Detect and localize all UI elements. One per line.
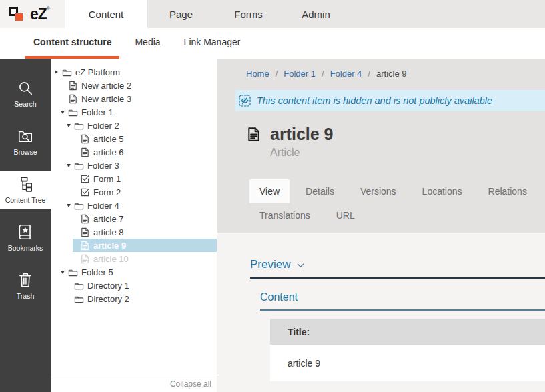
tree-item-form-2[interactable]: Form 2 <box>51 185 217 199</box>
collapse-arrow-icon[interactable] <box>67 204 74 207</box>
tab-url[interactable]: URL <box>326 203 366 227</box>
hidden-eye-icon <box>239 95 251 107</box>
tree-item-article-10[interactable]: article 10 <box>51 252 217 265</box>
folder-icon <box>74 281 84 291</box>
tree-item-new-article-2[interactable]: New article 2 <box>51 79 217 92</box>
tree-item-article-7[interactable]: article 7 <box>51 212 217 225</box>
top-nav-tab-content[interactable]: Content <box>65 0 147 28</box>
breadcrumb-separator: / <box>368 69 370 79</box>
article-icon <box>80 254 90 264</box>
tree-item-form-1[interactable]: Form 1 <box>51 172 217 185</box>
tree-item-directory-1[interactable]: Directory 1 <box>51 279 217 292</box>
folder-icon <box>68 267 78 277</box>
collapse-all-button[interactable]: Collapse all <box>170 379 211 389</box>
tree-item-label: Folder 4 <box>87 201 119 211</box>
hidden-content-alert: This content item is hidden and is not p… <box>235 90 545 111</box>
tab-versions[interactable]: Versions <box>350 179 407 203</box>
sidebar-item-browse[interactable]: Browse <box>0 123 51 161</box>
sidebar-item-bookmarks[interactable]: Bookmarks <box>0 219 51 257</box>
breadcrumb-current: article 9 <box>376 69 407 79</box>
sidebar-item-content-tree[interactable]: Content Tree <box>0 171 51 209</box>
registered-mark: ® <box>47 6 50 11</box>
tree-item-folder-4[interactable]: Folder 4 <box>51 199 217 212</box>
top-bar: eZ® ContentPageFormsAdmin <box>0 0 545 28</box>
folder-icon <box>62 67 72 77</box>
article-icon <box>80 147 90 157</box>
tree-item-article-6[interactable]: article 6 <box>51 145 217 159</box>
content-section: Content Title: article 9 <box>260 291 545 381</box>
folder-icon <box>74 201 84 211</box>
tab-relations[interactable]: Relations <box>478 179 538 203</box>
breadcrumb-link-folder-4[interactable]: Folder 4 <box>330 69 362 79</box>
tree-item-folder-2[interactable]: Folder 2 <box>51 119 217 132</box>
tab-view[interactable]: View <box>249 179 290 203</box>
field-value: article 9 <box>270 345 545 381</box>
sub-nav-tab-media[interactable]: Media <box>127 28 168 59</box>
tree-item-label: Folder 3 <box>87 161 119 171</box>
top-nav-tab-admin[interactable]: Admin <box>282 0 350 28</box>
top-nav-tab-page[interactable]: Page <box>147 0 215 28</box>
ez-logo[interactable]: eZ® <box>0 0 65 28</box>
tab-details[interactable]: Details <box>295 179 345 203</box>
search-icon <box>17 79 34 97</box>
top-nav: ContentPageFormsAdmin <box>65 0 545 28</box>
tree-item-label: Form 2 <box>93 187 121 197</box>
sidebar-item-search[interactable]: Search <box>0 75 51 113</box>
tree-item-folder-5[interactable]: Folder 5 <box>51 265 217 279</box>
tree-footer: Collapse all <box>51 375 217 392</box>
article-icon <box>68 94 78 104</box>
article-icon <box>80 241 90 251</box>
collapse-arrow-icon[interactable] <box>61 111 68 114</box>
tree-item-folder-1[interactable]: Folder 1 <box>51 105 217 119</box>
tree-item-label: Folder 2 <box>87 121 119 131</box>
preview-toggle[interactable]: Preview <box>250 258 305 271</box>
form-icon <box>80 187 90 197</box>
content-tree-panel: eZ PlatformNew article 2New article 3Fol… <box>51 59 217 392</box>
tree-item-label: Folder 5 <box>81 267 113 277</box>
article-icon <box>80 214 90 224</box>
breadcrumb-link-folder-1[interactable]: Folder 1 <box>284 69 316 79</box>
preview-heading: Preview <box>250 258 290 271</box>
tab-row: ViewDetailsVersionsLocationsRelations <box>249 179 545 203</box>
tree-item-article-9[interactable]: article 9 <box>51 239 217 252</box>
tab-translations[interactable]: Translations <box>249 203 321 227</box>
ez-logo-icon <box>9 5 27 24</box>
browse-icon <box>17 127 34 145</box>
sidebar-item-label: Bookmarks <box>8 244 43 252</box>
tree-item-article-5[interactable]: article 5 <box>51 132 217 145</box>
collapse-arrow-icon[interactable] <box>67 124 74 127</box>
sub-nav-tab-content-structure[interactable]: Content structure <box>25 28 119 59</box>
tree-item-new-article-3[interactable]: New article 3 <box>51 92 217 105</box>
article-icon <box>68 81 78 91</box>
tree-item-ez-platform[interactable]: eZ Platform <box>51 65 217 79</box>
tree-item-folder-3[interactable]: Folder 3 <box>51 159 217 172</box>
tree-item-label: Directory 2 <box>87 294 129 304</box>
tree-item-label: article 7 <box>93 214 124 224</box>
breadcrumb-link-home[interactable]: Home <box>246 69 269 79</box>
form-icon <box>80 174 90 184</box>
collapse-arrow-icon[interactable] <box>61 271 68 274</box>
tree-item-label: Folder 1 <box>81 107 113 117</box>
page-title: article 9 <box>270 125 334 144</box>
tree-item-directory-2[interactable]: Directory 2 <box>51 292 217 305</box>
article-icon <box>80 134 90 144</box>
collapse-arrow-icon[interactable] <box>67 164 74 167</box>
main-content: Home/Folder 1/Folder 4/article 9 This co… <box>217 59 545 392</box>
tree-item-label: article 10 <box>93 254 129 264</box>
breadcrumb-separator: / <box>322 69 324 79</box>
tree-item-label: New article 2 <box>81 81 131 91</box>
expand-arrow-icon[interactable] <box>55 70 62 74</box>
secondary-nav: Content structureMediaLink Manager <box>0 28 545 59</box>
folder-icon <box>68 107 78 117</box>
field-table: Title: article 9 <box>270 319 545 381</box>
sidebar-item-trash[interactable]: Trash <box>0 267 51 305</box>
top-nav-tab-forms[interactable]: Forms <box>215 0 282 28</box>
tree-item-article-8[interactable]: article 8 <box>51 225 217 239</box>
trash-icon <box>17 271 34 289</box>
tree-item-label: article 6 <box>93 147 124 157</box>
tree-item-label: New article 3 <box>81 94 131 104</box>
left-sidebar: SearchBrowseContent TreeBookmarksTrash <box>0 59 51 392</box>
sub-nav-tab-link-manager[interactable]: Link Manager <box>176 28 249 59</box>
tab-locations[interactable]: Locations <box>412 179 473 203</box>
content-type-label: Article <box>270 147 545 159</box>
